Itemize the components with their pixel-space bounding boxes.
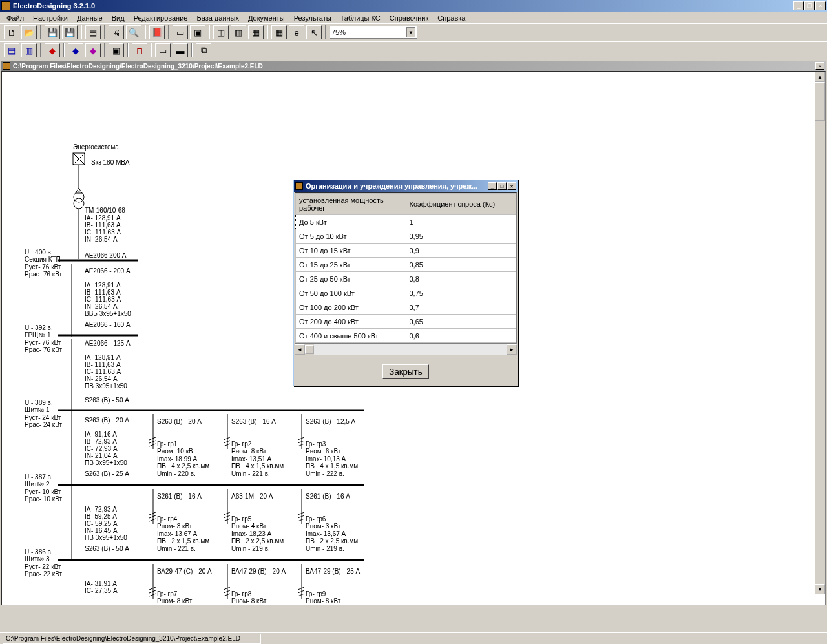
svg-line-101 (149, 594, 156, 596)
table-row[interactable]: От 200 до 400 кВт0,65 (296, 315, 516, 329)
table-row[interactable]: От 100 до 200 кВт0,7 (296, 300, 516, 315)
panel3-icon[interactable]: ▦ (248, 25, 264, 39)
svg-text:S263 (B) - 20 А: S263 (B) - 20 А (85, 417, 129, 424)
dialog-titlebar[interactable]: Организации и учреждения управления, учр… (294, 180, 518, 192)
menu-reference[interactable]: Справочник (386, 14, 433, 23)
svg-text:Руст- 76 кВт: Руст- 76 кВт (25, 264, 61, 271)
cell-power[interactable]: От 15 до 25 кВт (296, 258, 406, 272)
col-ks[interactable]: Коэффициент спроса (Кс) (406, 194, 516, 215)
cell-power[interactable]: От 10 до 15 кВт (296, 244, 406, 258)
doc-titlebar: C:\Program Files\ElectroDesigning\Electr… (1, 61, 826, 71)
open-icon[interactable]: 📂 (21, 25, 37, 39)
table-row[interactable]: От 400 и свыше 500 кВт0,6 (296, 329, 516, 343)
table-row[interactable]: От 10 до 15 кВт0,9 (296, 244, 516, 258)
cell-power[interactable]: От 5 до 10 кВт (296, 229, 406, 244)
close-button[interactable]: × (815, 1, 826, 10)
restore-button[interactable]: ❐ (804, 1, 815, 10)
preview-icon[interactable]: 🔍 (126, 25, 141, 39)
cell-ks[interactable]: 0,9 (406, 244, 516, 258)
chevron-down-icon[interactable]: ▼ (406, 27, 415, 37)
svg-text:IB- 111,63 А: IB- 111,63 А (85, 222, 121, 229)
cell-power[interactable]: От 25 до 50 кВт (296, 272, 406, 286)
menu-tables[interactable]: Таблицы КС (337, 14, 384, 23)
menu-edit[interactable]: Редактирование (130, 14, 192, 23)
tool-b-icon[interactable]: ▥ (21, 43, 37, 57)
menu-view[interactable]: Вид (108, 14, 129, 23)
dialog-minimize-button[interactable]: _ (488, 182, 497, 190)
cell-power[interactable]: От 100 до 200 кВт (296, 300, 406, 315)
dialog-close-button[interactable]: × (507, 182, 516, 190)
cell-power[interactable]: До 5 кВт (296, 215, 406, 229)
svg-point-8 (74, 198, 84, 209)
save-icon[interactable]: 💾 (45, 25, 60, 39)
tool-i-icon[interactable]: ▬ (173, 43, 188, 57)
menu-data[interactable]: Данные (73, 14, 107, 23)
new-icon[interactable]: 🗋 (4, 25, 19, 39)
cell-ks[interactable]: 0,85 (406, 258, 516, 272)
cell-power[interactable]: От 200 до 400 кВт (296, 315, 406, 329)
cell-power[interactable]: От 400 и свыше 500 кВт (296, 329, 406, 343)
cell-ks[interactable]: 0,7 (406, 300, 516, 315)
svg-line-81 (224, 444, 230, 446)
tool-h-icon[interactable]: ▭ (155, 43, 171, 57)
svg-line-100 (149, 590, 156, 593)
table-row[interactable]: До 5 кВт1 (296, 215, 516, 229)
scroll-thumb-v[interactable] (815, 82, 825, 121)
close-dialog-button[interactable]: Закрыть (382, 364, 429, 379)
panel2-icon[interactable]: ▥ (231, 25, 246, 39)
doc-close-button[interactable]: × (815, 62, 824, 70)
scroll-left-icon[interactable]: ◄ (295, 344, 305, 355)
table-row[interactable]: От 15 до 25 кВт0,85 (296, 258, 516, 272)
cell-power[interactable]: От 50 до 100 кВт (296, 286, 406, 300)
web-icon[interactable]: e (289, 25, 304, 39)
app-icon (1, 1, 10, 10)
window1-icon[interactable]: ▭ (173, 25, 188, 39)
menu-results[interactable]: Результаты (290, 14, 335, 23)
cell-ks[interactable]: 0,65 (406, 315, 516, 329)
svg-text:ВВБ 3х95+1x50: ВВБ 3х95+1x50 (85, 310, 131, 317)
svg-line-96 (298, 515, 304, 518)
dialog-maximize-button[interactable]: □ (497, 182, 507, 190)
tree-icon[interactable]: ▤ (85, 25, 101, 39)
menu-db[interactable]: База данных (193, 14, 243, 23)
tool-d-icon[interactable]: ◆ (68, 43, 83, 57)
menu-settings[interactable]: Настройки (29, 14, 72, 23)
cell-ks[interactable]: 0,8 (406, 272, 516, 286)
svg-line-93 (224, 519, 230, 521)
scroll-up-icon[interactable]: ▲ (815, 72, 825, 82)
col-power[interactable]: установленная мощность рабочег (296, 194, 406, 215)
window2-icon[interactable]: ▣ (190, 25, 205, 39)
scroll-right-icon[interactable]: ► (507, 344, 517, 355)
cell-ks[interactable]: 0,75 (406, 286, 516, 300)
demand-table[interactable]: установленная мощность рабочег Коэффицие… (295, 192, 517, 344)
table-row[interactable]: От 5 до 10 кВт0,95 (296, 229, 516, 244)
dialog-hscrollbar[interactable]: ◄ ► (295, 344, 517, 355)
tool-j-icon[interactable]: ⧉ (196, 43, 211, 57)
menu-file[interactable]: Файл (3, 14, 28, 23)
pointer-icon[interactable]: ↖ (306, 25, 322, 39)
book1-icon[interactable]: 📕 (149, 25, 165, 39)
scroll-thumb-h[interactable] (305, 345, 314, 354)
zoom-combo[interactable]: 75% ▼ (330, 26, 417, 39)
scroll-down-icon[interactable]: ▼ (815, 584, 825, 594)
vertical-scrollbar[interactable]: ▲ ▼ (815, 72, 825, 594)
panel1-icon[interactable]: ◫ (213, 25, 229, 39)
menu-help[interactable]: Справка (434, 14, 469, 23)
menu-docs[interactable]: Документы (244, 14, 289, 23)
feeder-block: А63-1М - 20 А Гр- гр5 Рном- 4 кВт Imax- … (231, 493, 284, 552)
table-row[interactable]: От 25 до 50 кВт0,8 (296, 272, 516, 286)
cell-ks[interactable]: 1 (406, 215, 516, 229)
cell-ks[interactable]: 0,95 (406, 229, 516, 244)
tool-a-icon[interactable]: ▤ (4, 43, 19, 57)
tool-e-icon[interactable]: ◆ (85, 43, 101, 57)
cell-ks[interactable]: 0,6 (406, 329, 516, 343)
tool-g-icon[interactable]: ⊓ (132, 43, 147, 57)
tool-f-icon[interactable]: ▣ (109, 43, 124, 57)
minimize-button[interactable]: _ (793, 1, 804, 10)
print-icon[interactable]: 🖨 (109, 25, 124, 39)
tool-c-icon[interactable]: ◆ (45, 43, 60, 57)
saveas-icon[interactable]: 💾 (62, 25, 78, 39)
table-row[interactable]: От 50 до 100 кВт0,75 (296, 286, 516, 300)
main-titlebar: ElectroDesigning 3.2.1.0 _ ❐ × (0, 0, 827, 12)
grid-icon[interactable]: ▦ (271, 25, 287, 39)
